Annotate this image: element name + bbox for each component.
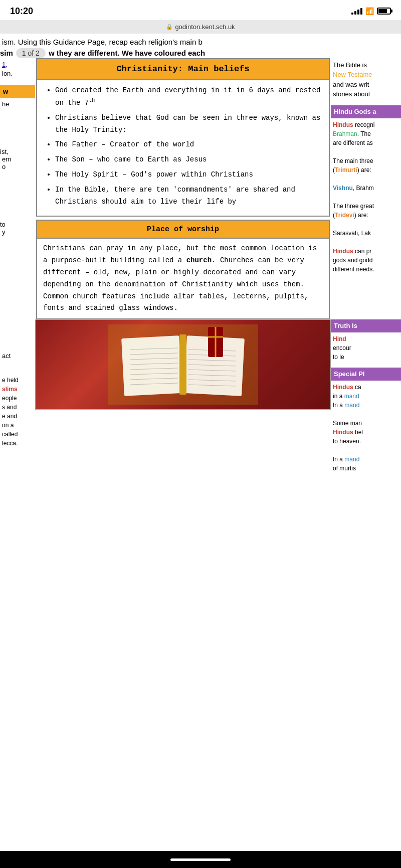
eople-text: eople [2,395,17,402]
page-badge: 1 of 2 [16,48,46,58]
eople-label: eople [2,394,33,403]
special-ca: ca [355,384,361,391]
slims-text: slims [2,386,18,393]
left-orange-box: w [0,85,35,98]
act-text: act [2,352,33,361]
tridevi-label: Tridevi [335,212,354,219]
intro-line2-post: w they are different. We have coloured e… [49,49,205,57]
belief-4: The Son – who came to Earth as Jesus [55,154,323,166]
hindu-body: Hindus recogni Brahman. The are differen… [331,118,401,276]
browser-bar[interactable]: 🔒 godinton.kent.sch.uk [0,20,401,34]
bottom-right: Truth Is Hind encour to le Special Pl Hi… [331,319,401,475]
hindus-text2: Hindus [333,248,353,255]
new-testament-text: New Testame [333,71,372,78]
worship-box: Place of worship Christians can pray in … [36,220,330,319]
nav-pill [170,858,231,861]
slims-label: slims [2,385,33,394]
act-label: act [2,352,11,360]
gods-godd-text: gods and godd [333,257,372,264]
hindus-truth: Hind [333,335,346,342]
left-y: y [0,228,35,236]
nav-bar [0,851,401,868]
wifi-icon: 📶 [365,7,374,16]
status-icons: 📶 [351,7,391,16]
bible-line2: New Testame [333,71,372,78]
bottom-section: act e held slims eople s and e and on a … [0,319,401,475]
eand-text: e and [2,413,17,420]
of-murtis: of murtis [333,465,356,472]
bible-line3: and was writ [333,81,369,88]
bar3 [357,10,359,15]
belief-1-text: God created the Earth and everything in … [55,86,320,107]
hindus-special: Hindus [333,384,353,391]
page-container: 10:20 📶 🔒 godinton.kent.sch.uk ism. Usin… [0,0,401,475]
called-text: called [2,431,18,438]
to-heaven-text: to heaven. [333,438,361,445]
right-column: The Bible is New Testame and was writ st… [331,58,401,320]
bible-line1: The Bible is [333,61,367,69]
tridevi-are: ) are: [354,212,368,219]
svg-rect-3 [179,334,186,395]
left-he: he [0,100,35,108]
bar4 [360,8,362,15]
worship-body: Christians can pray in any place, but th… [37,239,329,318]
belief-3: The Father – Creator of the world [55,139,323,151]
recogni-text: recogni [355,121,374,128]
battery-icon [377,8,391,15]
content-row: 1, ion. w he ist, ern o to y Ch [0,58,401,320]
encour-text: encour [333,344,351,352]
belief-2-text: Christians believe that God can be seen … [55,114,320,134]
special-title: Special Pl [334,370,364,378]
hindus-bel: Hindus [333,429,353,436]
lock-icon: 🔒 [166,24,173,30]
belief-2: Christians believe that God can be seen … [55,112,323,136]
diff-needs-text: different needs. [333,266,374,273]
sarasvati-text: Sarasvati, Lak [333,230,371,237]
left-ist: ist, [0,148,35,155]
belief-4-text: The Son – who came to Earth as Jesus [55,155,207,163]
mand-blue1: mand [344,393,359,400]
in-mand3: In a mand [333,456,359,463]
hindu-gods-header: Hindu Gods a [331,105,401,118]
in-mand2: In a mand [333,402,359,409]
book-image-container [35,319,331,410]
worship-header: Place of worship [37,221,329,239]
left-top: 1, ion. [0,58,35,80]
some-man-text: Some man [333,420,362,427]
signal-icon [351,8,362,15]
held-text: e held [2,377,19,384]
special-body: Hindus ca in a mand In a mand Some man H… [331,381,401,475]
bar2 [354,11,356,15]
sand-text: s and [2,404,17,411]
worship-title: Place of worship [147,225,219,234]
bible-text: The Bible is New Testame and was writ st… [331,58,401,101]
mand-blue3: mand [344,456,359,463]
truth-header: Truth Is [331,319,401,332]
book-svg [108,324,258,405]
bible-line4: stories about [333,90,370,98]
belief-6: In the Bible, there are ten 'commandment… [55,184,323,208]
status-time: 10:20 [10,6,33,17]
ona-label: on a [2,421,33,430]
three-great-text: The three great [333,203,374,210]
left-ern: ern [0,155,35,163]
hindu-gods-title: Hindu Gods a [334,108,376,115]
intro-line2: sim 1 of 2 w they are different. We have… [0,48,401,58]
are-diff-text: are different as [333,139,373,146]
bar1 [351,13,353,15]
intro-line1: ism. Using this Guidance Page, recap eac… [0,37,401,48]
trimurti-label: Trimurti [335,166,357,173]
vishnu-text: Vishnu [333,185,353,192]
bottom-left-labels: act e held slims eople s and e and on a … [0,319,35,475]
christianity-title: Christianity: Main beliefs [116,64,249,74]
lecca-label: lecca. [2,439,33,448]
battery-fill [378,9,387,13]
left-link[interactable]: 1, [2,61,8,68]
trimurti-are: ) are: [357,166,371,173]
url-text: godinton.kent.sch.uk [175,23,235,31]
belief-6-text: In the Bible, there are ten 'commandment… [55,186,295,206]
left-ion: ion. [2,70,13,77]
left-o: o [0,163,35,170]
belief-5: The Holy Spirit – God's power within Chr… [55,169,323,181]
belief-5-text: The Holy Spirit – God's power within Chr… [55,170,253,179]
